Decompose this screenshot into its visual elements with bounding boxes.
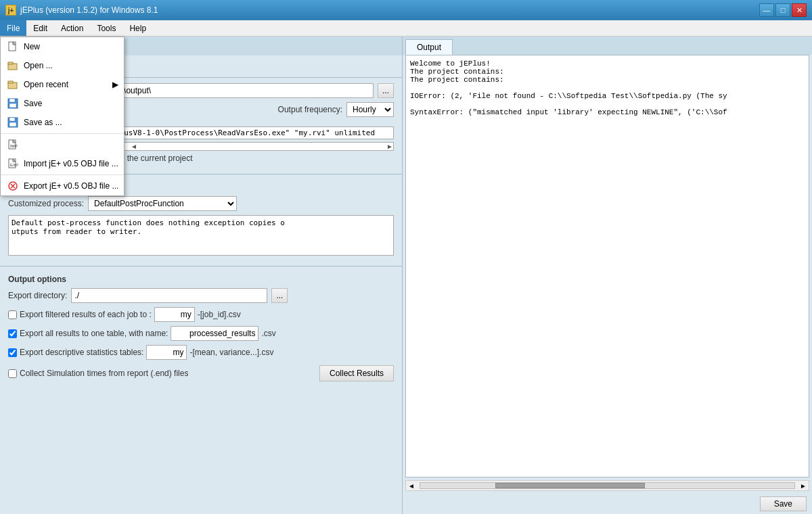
export-dir-label: Export directory: (8, 291, 67, 300)
save-as-icon (6, 116, 20, 129)
menu-tools[interactable]: Tools (90, 20, 122, 36)
output-freq-select[interactable]: Hourly (346, 102, 394, 117)
output-line-1: Welcome to jEPlus! (410, 60, 805, 68)
save-icon (6, 97, 20, 110)
exit-icon (6, 179, 20, 193)
all-results-checkbox[interactable] (8, 329, 17, 338)
menu-bar: File Edit Action Tools Help (0, 20, 812, 37)
open-icon (6, 59, 20, 72)
svg-rect-10 (9, 118, 15, 121)
window-controls: — □ ✕ (759, 3, 807, 17)
output-panel: Output Welcome to jEPlus! The project co… (403, 37, 812, 514)
output-tab[interactable]: Output (405, 39, 453, 55)
post-process-description: Default post-process function does nothi… (8, 215, 394, 256)
menu-save[interactable]: Save (1, 94, 124, 113)
output-dir-browse-btn[interactable]: ... (378, 83, 394, 98)
submenu-arrow: ▶ (112, 80, 118, 89)
menu-help[interactable]: Help (122, 20, 153, 36)
desc-stats-row: Export descriptive statistics tables: -[… (8, 345, 394, 360)
desc-stats-label: Export descriptive statistics tables: (20, 348, 143, 357)
divider-2 (0, 266, 402, 266)
export-dir-input[interactable] (71, 288, 267, 303)
svg-rect-11 (9, 122, 16, 126)
output-content: Welcome to jEPlus! The project contains:… (405, 55, 809, 477)
separator-1 (1, 133, 124, 134)
title-bar: j+ jEPlus (version 1.5.2) for Windows 8.… (0, 0, 812, 20)
all-results-input[interactable] (171, 326, 258, 341)
svg-rect-8 (9, 103, 16, 108)
output-options-title: Output options (8, 275, 394, 284)
collect-results-btn[interactable]: Collect Results (319, 365, 394, 381)
customized-process-row: Customized process: DefaultPostProcFunct… (8, 196, 394, 211)
window-title: jEPlus (version 1.5.2) for Windows 8.1 (20, 5, 158, 15)
maximize-button[interactable]: □ (775, 3, 790, 17)
menu-edit[interactable]: Edit (26, 20, 54, 36)
export-dir-row: Export directory: ... (8, 288, 394, 303)
menu-file[interactable]: File (0, 20, 26, 36)
filter-checkbox[interactable] (8, 310, 17, 319)
menu-exit[interactable]: Export jE+ v0.5 OBJ file ... (1, 177, 124, 195)
customized-label: Customized process: (8, 199, 84, 208)
collect-sim-label: Collect Simulation times from report (.e… (20, 369, 188, 378)
output-line-7: SyntaxError: ("mismatched input 'library… (410, 108, 805, 116)
hscroll-track[interactable] (420, 482, 795, 489)
menu-open-recent[interactable]: Open recent ▶ (1, 75, 124, 94)
collect-sim-checkbox[interactable] (8, 369, 17, 378)
output-line-5: IOError: (2, 'File not found - C:\\Softp… (410, 92, 805, 100)
output-tab-bar: Output (403, 37, 812, 55)
svg-rect-3 (8, 62, 13, 64)
filter-prefix-input[interactable] (154, 307, 195, 322)
minimize-button[interactable]: — (759, 3, 774, 17)
svg-rect-7 (9, 99, 15, 102)
desc-stats-suffix: -[mean, variance...].csv (189, 348, 273, 357)
export-dir-browse-btn[interactable]: ... (271, 288, 288, 303)
close-button[interactable]: ✕ (792, 3, 807, 17)
scroll-left-arrow[interactable]: ◄ (131, 143, 137, 150)
all-results-suffix: .csv (261, 329, 275, 338)
output-line-3: The project contains: (410, 76, 805, 84)
import-icon: IMP (6, 138, 20, 151)
output-options-section: Output options Export directory: ... Exp… (0, 269, 402, 391)
menu-open[interactable]: Open ... (1, 56, 124, 75)
export-filtered-row: Export filtered results of each job to :… (8, 307, 394, 322)
hscroll-right-btn[interactable]: ► (798, 482, 809, 490)
output-line-6 (410, 100, 805, 108)
filter-suffix: -[job_id].csv (198, 310, 241, 319)
menu-import[interactable]: IMP (1, 135, 124, 154)
save-button[interactable]: Save (760, 496, 807, 511)
file-dropdown-menu: New Open ... Open recent ▶ Save Save as … (0, 37, 125, 196)
app-icon: j+ (5, 5, 16, 16)
menu-new[interactable]: New (1, 37, 124, 56)
output-line-4 (410, 84, 805, 92)
hscroll-left-btn[interactable]: ◄ (406, 482, 417, 490)
customized-select[interactable]: DefaultPostProcFunction (88, 196, 237, 211)
svg-text:IMP: IMP (10, 144, 18, 148)
menu-export[interactable]: EXP Import jE+ v0.5 OBJ file ... (1, 154, 124, 173)
output-footer: Save (403, 494, 812, 514)
new-icon (6, 40, 20, 53)
output-hscroll[interactable]: ◄ ► (405, 480, 809, 491)
scroll-right-arrow[interactable]: ► (386, 143, 393, 150)
open-recent-icon (6, 78, 20, 91)
desc-stats-checkbox[interactable] (8, 348, 17, 357)
collect-sim-row: Collect Simulation times from report (.e… (8, 365, 394, 381)
svg-rect-5 (8, 81, 13, 83)
output-line-2: The project contains: (410, 68, 805, 76)
all-results-label: Export all results to one table, with na… (20, 329, 168, 338)
separator-2 (1, 174, 124, 175)
output-freq-label: Output frequency: (278, 105, 342, 114)
filter-label: Export filtered results of each job to : (20, 310, 152, 319)
desc-stats-prefix-input[interactable] (146, 345, 187, 360)
menu-action[interactable]: Action (54, 20, 90, 36)
title-bar-left: j+ jEPlus (version 1.5.2) for Windows 8.… (5, 5, 158, 16)
svg-text:EXP: EXP (10, 163, 18, 167)
export-all-row: Export all results to one table, with na… (8, 326, 394, 341)
export-icon: EXP (6, 157, 20, 170)
hscroll-thumb[interactable] (495, 483, 645, 488)
menu-save-as[interactable]: Save as ... (1, 113, 124, 132)
